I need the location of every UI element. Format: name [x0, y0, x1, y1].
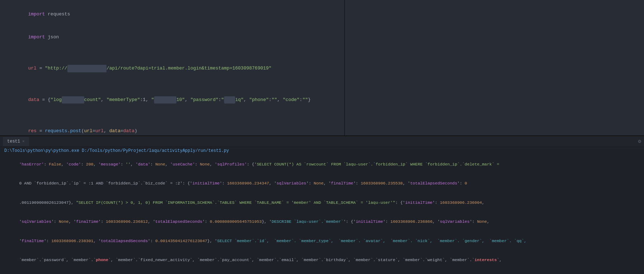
editor-panel: import requests import json url = "http:…: [0, 0, 644, 136]
terminal-line-1: 'hasError': False, 'code': 200, 'message…: [4, 155, 640, 174]
terminal-line-2: 0 AND `forbidden_ip`.`ip` = :1 AND `forb…: [4, 174, 640, 193]
phone-field-highlight: phone: [96, 258, 108, 262]
terminal-line-5: 'finalTime': 1603368906.238301, 'totalEl…: [4, 231, 640, 250]
terminal-panel: test1 × ⚙ D:\Tools\python\py\python.exe …: [0, 136, 644, 273]
terminal-tab-bar: test1 × ⚙: [0, 136, 644, 147]
code-line-res: res = requests.post(url=url, data=data): [6, 120, 644, 136]
terminal-output: 'hasError': False, 'code': 200, 'message…: [0, 154, 644, 273]
terminal-settings-icon[interactable]: ⚙: [638, 138, 641, 144]
terminal-line-7: `member`.`marriage_status`, `member`.`in…: [4, 270, 640, 273]
code-line-2: import json: [6, 26, 644, 49]
terminal-tab-label: test1: [7, 139, 20, 144]
editor-divider: [344, 0, 345, 135]
code-line-blank1: [6, 49, 644, 57]
terminal-tab-close[interactable]: ×: [22, 139, 25, 144]
interests-field-highlight: interests: [474, 258, 497, 262]
terminal-tab[interactable]: test1 ×: [3, 137, 29, 146]
terminal-line-3: .0011909008026123047}, "SELECT IF(COUNT(…: [4, 193, 640, 212]
terminal-line-6: `member`.`password`, `member`.`phone`, `…: [4, 250, 640, 269]
code-line-blank3: [6, 111, 644, 120]
code-line-data: data = {"log████████count", "memberType"…: [6, 88, 644, 111]
code-line-url: url = "http://██████████████/api/route?d…: [6, 57, 644, 80]
code-line-1: import requests: [6, 3, 644, 26]
code-line-blank2: [6, 80, 644, 88]
code-editor[interactable]: import requests import json url = "http:…: [0, 0, 644, 136]
terminal-line-4: 'sqlVariables': None, 'finalTime': 16033…: [4, 212, 640, 231]
terminal-path: D:\Tools\python\py\python.exe D:/Tools/p…: [0, 147, 644, 154]
